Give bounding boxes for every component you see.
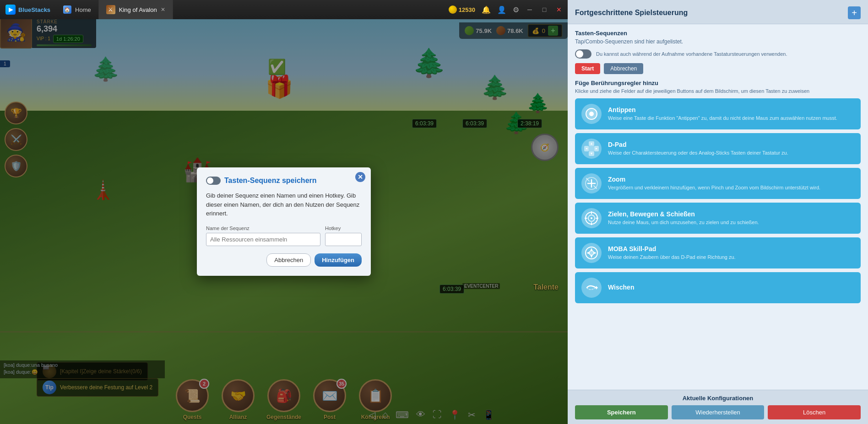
- save-dialog: Tasten-Sequenz speichern ✕ Gib deiner Se…: [197, 167, 371, 276]
- home-icon: 🏠: [63, 5, 71, 14]
- dialog-fields: Name der Sequenz Hotkey: [206, 225, 362, 246]
- dpad-icon: [581, 139, 602, 159]
- dpad-title: D-Pad: [608, 141, 854, 148]
- sequences-title: Tasten-Sequenzen: [575, 30, 861, 37]
- svg-marker-24: [590, 255, 593, 258]
- svg-marker-25: [586, 252, 590, 254]
- antippen-desc: Weise eine Taste die Funktion "Antippen"…: [608, 115, 854, 122]
- recording-row: Du kannst auch während der Aufnahme vorh…: [575, 49, 861, 59]
- coins-value: 12530: [459, 6, 475, 13]
- feature-card-dpad[interactable]: D-Pad Weise der Charaktersteuerung oder …: [575, 133, 861, 164]
- profile-icon[interactable]: 👤: [497, 5, 506, 14]
- minimize-button[interactable]: ─: [526, 5, 534, 14]
- bottom-title: Aktuelle Konfigurationen: [575, 395, 861, 402]
- dpad-desc: Weise der Charaktersteuerung oder des An…: [608, 150, 854, 156]
- wischen-text: Wischen: [608, 284, 854, 292]
- settings-icon[interactable]: ⚙: [513, 5, 519, 14]
- moba-title: MOBA Skill-Pad: [608, 245, 854, 252]
- tab-game[interactable]: ⚔ King of Avalon ✕: [99, 0, 173, 19]
- touch-rules-title: Füge Berührungsregler hinzu: [575, 80, 861, 86]
- touch-rules-desc: Klicke und ziehe die Felder auf die jewe…: [575, 88, 861, 94]
- svg-point-16: [591, 217, 592, 219]
- moba-icon: [581, 243, 602, 263]
- game-area: 🌲 🌲 🌲 🌲 🌲 🎁 ✅ 🏰 🗼 6:03:39 6:03:39 2:38:1…: [0, 19, 568, 424]
- sequences-desc: Tap/Combo-Sequenzen sind hier aufgeliste…: [575, 38, 861, 45]
- svg-marker-26: [593, 252, 597, 254]
- save-button[interactable]: Speichern: [575, 405, 668, 419]
- aim-text: Zielen, Bewegen & Schießen Nutze deine M…: [608, 210, 854, 226]
- start-button[interactable]: Start: [575, 63, 600, 74]
- right-panel: Fortgeschrittene Spielsteuerung + Tasten…: [568, 0, 868, 424]
- field-name-label: Name der Sequenz: [206, 225, 320, 231]
- feature-card-wischen[interactable]: Wischen: [575, 272, 861, 303]
- antippen-title: Antippen: [608, 106, 854, 113]
- field-hotkey-input[interactable]: [325, 233, 362, 246]
- tab-home[interactable]: 🏠 Home: [56, 0, 99, 19]
- aim-desc: Nutze deine Maus, um dich umzusehen, zu …: [608, 219, 854, 226]
- moba-desc: Weise deinen Zaubern über das D-Pad eine…: [608, 254, 854, 261]
- svg-rect-6: [589, 146, 594, 151]
- coin-count: 12530: [449, 5, 475, 14]
- zoom-title: Zoom: [608, 176, 854, 183]
- home-tab-label: Home: [75, 6, 91, 13]
- field-hotkey-group: Hotkey: [325, 225, 362, 246]
- feature-card-moba[interactable]: MOBA Skill-Pad Weise deinen Zaubern über…: [575, 237, 861, 268]
- dpad-text: D-Pad Weise der Charaktersteuerung oder …: [608, 141, 854, 156]
- close-button[interactable]: ✕: [555, 5, 563, 14]
- recording-desc: Du kannst auch während der Aufnahme vorh…: [596, 51, 861, 57]
- aim-title: Zielen, Bewegen & Schießen: [608, 210, 854, 218]
- svg-point-1: [589, 112, 594, 116]
- game-tab-label: King of Avalon: [119, 6, 157, 13]
- add-button[interactable]: Hinzufügen: [315, 253, 362, 267]
- dialog-toggle-knob: [207, 177, 213, 184]
- dialog-buttons: Abbrechen Hinzufügen: [206, 253, 362, 267]
- dialog-description: Gib deiner Sequenz einen Namen und einen…: [206, 191, 362, 218]
- svg-point-22: [589, 251, 594, 255]
- aim-icon: [581, 208, 602, 228]
- panel-header: Fortgeschrittene Spielsteuerung +: [568, 0, 868, 24]
- svg-marker-23: [590, 248, 593, 251]
- taskbar: ▶ BlueStacks 🏠 Home ⚔ King of Avalon ✕ 1…: [0, 0, 568, 19]
- antippen-text: Antippen Weise eine Taste die Funktion "…: [608, 106, 854, 122]
- bluestacks-name: BlueStacks: [18, 6, 50, 13]
- feature-card-zoom[interactable]: Zoom Vergrößern und verkleinern hinzufüg…: [575, 168, 861, 199]
- dialog-overlay: Tasten-Sequenz speichern ✕ Gib deiner Se…: [0, 19, 568, 424]
- feature-card-antippen[interactable]: Antippen Weise eine Taste die Funktion "…: [575, 98, 861, 129]
- game-icon: ⚔: [106, 5, 115, 14]
- zoom-icon: [581, 173, 602, 193]
- stop-button[interactable]: Abbrechen: [604, 63, 643, 74]
- tab-bar: 🏠 Home ⚔ King of Avalon ✕: [56, 0, 173, 19]
- restore-button[interactable]: Wiederherstellen: [672, 405, 765, 419]
- sequences-section: Tasten-Sequenzen Tap/Combo-Sequenzen sin…: [568, 24, 868, 80]
- maximize-button[interactable]: □: [540, 5, 548, 14]
- field-name-group: Name der Sequenz: [206, 225, 320, 246]
- taskbar-right: 12530 🔔 👤 ⚙ ─ □ ✕: [449, 5, 568, 14]
- recording-toggle-knob: [576, 50, 583, 58]
- bluestacks-icon: ▶: [5, 5, 16, 15]
- svg-marker-27: [596, 286, 598, 290]
- bluestacks-logo[interactable]: ▶ BlueStacks: [0, 5, 56, 15]
- field-name-input[interactable]: [206, 233, 320, 246]
- cancel-button[interactable]: Abbrechen: [266, 253, 311, 267]
- dialog-close-button[interactable]: ✕: [355, 172, 365, 182]
- bell-icon[interactable]: 🔔: [482, 5, 491, 14]
- zoom-desc: Vergrößern und verkleinern hinzufügen, w…: [608, 184, 854, 191]
- wischen-title: Wischen: [608, 284, 854, 291]
- coin-icon: [449, 5, 457, 14]
- start-stop-row: Start Abbrechen: [575, 63, 861, 74]
- dialog-title-row: Tasten-Sequenz speichern: [206, 177, 362, 185]
- field-hotkey-label: Hotkey: [325, 225, 362, 231]
- bottom-buttons: Speichern Wiederherstellen Löschen: [575, 405, 861, 419]
- moba-text: MOBA Skill-Pad Weise deinen Zaubern über…: [608, 245, 854, 261]
- zoom-text: Zoom Vergrößern und verkleinern hinzufüg…: [608, 176, 854, 191]
- delete-button[interactable]: Löschen: [768, 405, 861, 419]
- close-tab-icon[interactable]: ✕: [161, 6, 165, 13]
- antippen-icon: [581, 104, 602, 124]
- touch-rules-section: Füge Berührungsregler hinzu Klicke und z…: [568, 80, 868, 311]
- dialog-title: Tasten-Sequenz speichern: [224, 177, 317, 185]
- recording-toggle[interactable]: [575, 49, 591, 59]
- dialog-toggle[interactable]: [206, 177, 221, 185]
- feature-card-aim[interactable]: Zielen, Bewegen & Schießen Nutze deine M…: [575, 203, 861, 234]
- panel-add-button[interactable]: +: [848, 6, 861, 19]
- wischen-icon: [581, 278, 602, 298]
